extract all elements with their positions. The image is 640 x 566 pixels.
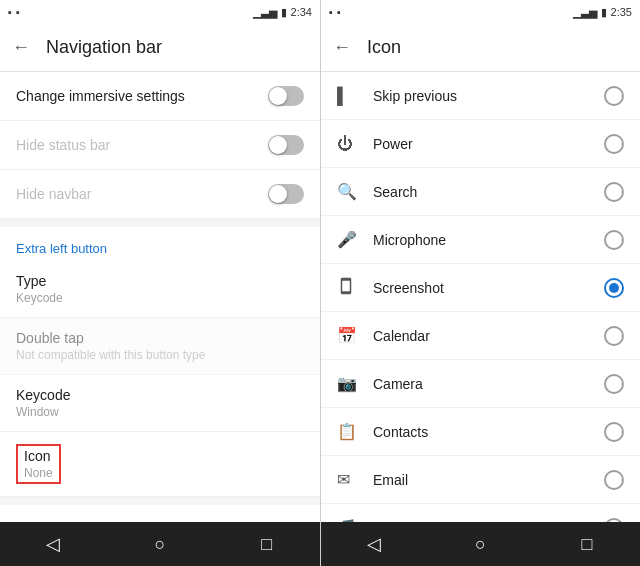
icon-label: Icon <box>24 448 53 464</box>
hide-navbar-toggle <box>268 184 304 204</box>
right-screen: ▪ ▪ ▁▃▅ ▮ 2:35 ← Icon ▌ Skip previous ⏻ … <box>320 0 640 566</box>
icon-item-screenshot[interactable]: Screenshot <box>321 264 640 312</box>
battery-icon: ▮ <box>281 6 287 19</box>
search-label: Search <box>373 184 604 200</box>
signal-icon: ▁▃▅ <box>253 6 277 19</box>
calendar-icon: 📅 <box>337 326 365 345</box>
back-button-left[interactable]: ← <box>12 37 30 58</box>
email-label: Email <box>373 472 604 488</box>
page-title-left: Navigation bar <box>46 37 162 58</box>
extra-right-header: Extra right button <box>0 505 320 522</box>
home-nav-right[interactable]: ○ <box>455 522 505 566</box>
icon-item-search[interactable]: 🔍 Search <box>321 168 640 216</box>
radio-screenshot[interactable] <box>604 278 624 298</box>
icon-box: Icon None <box>16 444 61 484</box>
contacts-icon: 📋 <box>337 422 365 441</box>
recent-nav-left[interactable]: □ <box>242 522 292 566</box>
status-right: ▁▃▅ ▮ 2:34 <box>253 6 312 19</box>
icon-item-calendar[interactable]: 📅 Calendar <box>321 312 640 360</box>
hide-status-toggle-thumb <box>269 136 287 154</box>
immersive-label: Change immersive settings <box>16 88 185 104</box>
extra-left-label: Extra left button <box>16 241 107 256</box>
wifi-icon-right: ▪ <box>337 6 341 18</box>
hide-status-toggle <box>268 135 304 155</box>
info-double-tap: Double tap Not compatible with this butt… <box>0 318 320 375</box>
setting-immersive[interactable]: Change immersive settings <box>0 72 320 121</box>
info-keycode[interactable]: Keycode Window <box>0 375 320 432</box>
divider-1 <box>0 219 320 227</box>
status-icons-left: ▪ ▪ <box>8 6 20 18</box>
setting-hide-navbar: Hide navbar <box>0 170 320 219</box>
page-title-right: Icon <box>367 37 401 58</box>
status-right-right: ▁▃▅ ▮ 2:35 <box>573 6 632 19</box>
hide-status-label: Hide status bar <box>16 137 110 153</box>
wifi-icon: ▪ <box>16 6 20 18</box>
screenshot-icon <box>337 277 365 298</box>
icon-item-camera[interactable]: 📷 Camera <box>321 360 640 408</box>
icon-item-contacts[interactable]: 📋 Contacts <box>321 408 640 456</box>
status-bar-left: ▪ ▪ ▁▃▅ ▮ 2:34 <box>0 0 320 24</box>
icon-item-skip-previous[interactable]: ▌ Skip previous <box>321 72 640 120</box>
status-icons-right: ▪ ▪ <box>329 6 341 18</box>
info-icon[interactable]: Icon None <box>0 432 320 497</box>
setting-hide-status: Hide status bar <box>0 121 320 170</box>
radio-email[interactable] <box>604 470 624 490</box>
icon-item-microphone[interactable]: 🎤 Microphone <box>321 216 640 264</box>
icon-item-email[interactable]: ✉ Email <box>321 456 640 504</box>
immersive-toggle[interactable] <box>268 86 304 106</box>
email-icon: ✉ <box>337 470 365 489</box>
type-value: Keycode <box>16 291 304 305</box>
hide-navbar-toggle-thumb <box>269 185 287 203</box>
battery-icon-right: ▮ <box>601 6 607 19</box>
radio-camera[interactable] <box>604 374 624 394</box>
screenshot-label: Screenshot <box>373 280 604 296</box>
calendar-label: Calendar <box>373 328 604 344</box>
radio-microphone[interactable] <box>604 230 624 250</box>
signal-icon-right: ▁▃▅ <box>573 6 597 19</box>
microphone-label: Microphone <box>373 232 604 248</box>
hide-navbar-label: Hide navbar <box>16 186 92 202</box>
radio-power[interactable] <box>604 134 624 154</box>
recent-nav-right[interactable]: □ <box>562 522 612 566</box>
contacts-label: Contacts <box>373 424 604 440</box>
top-bar-left: ← Navigation bar <box>0 24 320 72</box>
icon-item-music[interactable]: 🎵 Music <box>321 504 640 522</box>
camera-icon: 📷 <box>337 374 365 393</box>
divider-2 <box>0 497 320 505</box>
left-content: Change immersive settings Hide status ba… <box>0 72 320 522</box>
time-right: 2:35 <box>611 6 632 18</box>
search-icon: 🔍 <box>337 182 365 201</box>
power-icon: ⏻ <box>337 135 365 153</box>
top-bar-right: ← Icon <box>321 24 640 72</box>
left-screen: ▪ ▪ ▁▃▅ ▮ 2:34 ← Navigation bar Change i… <box>0 0 320 566</box>
radio-search[interactable] <box>604 182 624 202</box>
type-label: Type <box>16 273 304 289</box>
skip-previous-label: Skip previous <box>373 88 604 104</box>
keycode-label: Keycode <box>16 387 304 403</box>
microphone-icon: 🎤 <box>337 230 365 249</box>
power-label: Power <box>373 136 604 152</box>
radio-skip-previous[interactable] <box>604 86 624 106</box>
icon-list: ▌ Skip previous ⏻ Power 🔍 Search 🎤 Micro… <box>321 72 640 522</box>
icon-item-power[interactable]: ⏻ Power <box>321 120 640 168</box>
back-nav-right[interactable]: ◁ <box>349 522 399 566</box>
camera-label: Camera <box>373 376 604 392</box>
back-button-right[interactable]: ← <box>333 37 351 58</box>
extra-left-header: Extra left button <box>0 227 320 261</box>
double-tap-label: Double tap <box>16 330 304 346</box>
keycode-value: Window <box>16 405 304 419</box>
home-nav-left[interactable]: ○ <box>135 522 185 566</box>
immersive-toggle-thumb <box>269 87 287 105</box>
sim-icon: ▪ <box>8 6 12 18</box>
sim-icon-right: ▪ <box>329 6 333 18</box>
skip-previous-icon: ▌ <box>337 87 365 105</box>
back-nav-left[interactable]: ◁ <box>28 522 78 566</box>
nav-bar-left: ◁ ○ □ <box>0 522 320 566</box>
radio-contacts[interactable] <box>604 422 624 442</box>
double-tap-value: Not compatible with this button type <box>16 348 304 362</box>
radio-calendar[interactable] <box>604 326 624 346</box>
radio-screenshot-fill <box>609 283 619 293</box>
nav-bar-right: ◁ ○ □ <box>321 522 640 566</box>
info-type[interactable]: Type Keycode <box>0 261 320 318</box>
status-bar-right: ▪ ▪ ▁▃▅ ▮ 2:35 <box>321 0 640 24</box>
